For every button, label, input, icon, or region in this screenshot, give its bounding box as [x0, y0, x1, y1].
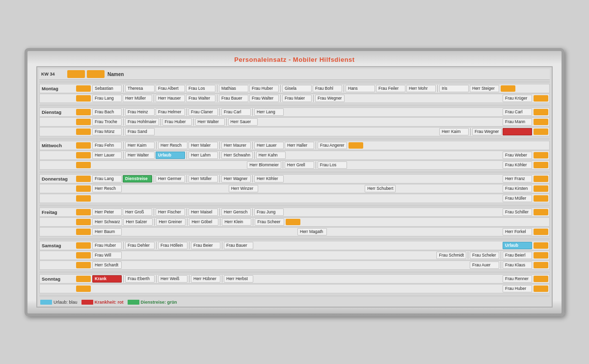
- cell: Frau Klaus: [503, 261, 532, 269]
- cell: Herr Weiß: [158, 275, 187, 283]
- div: [252, 108, 253, 116]
- cell: Gisela: [282, 85, 312, 92]
- legend-urlaub-label: Urlaub: blau: [54, 300, 78, 305]
- cell: Frau Beierl: [503, 252, 532, 259]
- cell: Frau Walter: [186, 95, 215, 102]
- dienstag-tag-3: [76, 129, 91, 135]
- donnerstag-row-3: Frau Müller: [39, 194, 550, 203]
- freitag-row-2: Herr Schwarz Herr Salzer Herr Greiner He…: [39, 217, 550, 227]
- day-dienstag: Dienstag Frau Bach Frau Heinz Frau Helme…: [39, 107, 550, 136]
- mittwoch-slots-1: Frau Fehn Herr Kaim Herr Resch Herr Male…: [75, 142, 549, 149]
- legend-dienstreise-color: [128, 300, 139, 305]
- donnerstag-slots-2: Herr Resch Herr Winzer Herr Schubert Fra…: [75, 185, 549, 192]
- mittwoch-tag-r: [348, 142, 363, 149]
- cell: Frau Mann: [503, 118, 532, 126]
- div: [154, 208, 154, 216]
- header-tag-2: [87, 70, 105, 78]
- cell: Herr Schardt: [92, 261, 122, 269]
- gap-dienstag: [39, 104, 550, 106]
- samstag-label: Samstag: [40, 243, 75, 248]
- freitag-slots-3: Herr Baum Herr Magath Herr Forkel: [75, 228, 549, 235]
- cell: Frau Claner: [188, 108, 218, 116]
- div: [187, 175, 187, 182]
- cell-blue-samstag: Urlaub: [503, 242, 532, 249]
- cell: Frau Helmer: [156, 108, 185, 116]
- div: [161, 118, 161, 126]
- div: [123, 108, 124, 116]
- cell: Frau Scheler: [470, 252, 499, 259]
- cell: Frau Schiller: [503, 208, 532, 216]
- div: [280, 95, 281, 102]
- cell-red: [503, 128, 532, 135]
- cell: Herr Herbst: [224, 275, 253, 283]
- cell: Herr Walter: [125, 152, 155, 159]
- dienstag-slots-2: Frau Troche Frau Hohlmaier Frau Huber He…: [75, 118, 549, 126]
- header-row: KW 34 Namen: [39, 69, 550, 80]
- samstag-tag-2: [76, 252, 91, 259]
- cell: Herr Maisel: [188, 208, 218, 216]
- donnerstag-tag-r2: [534, 185, 548, 192]
- day-freitag: Freitag Herr Peter Herr Groß Herr Fische…: [39, 208, 550, 236]
- samstag-tag-r: [534, 242, 548, 249]
- montag-row-2: Frau Lang Herr Müller Herr Hauser Frau W…: [39, 94, 550, 103]
- cell-blue: Urlaub: [156, 152, 185, 159]
- div: [123, 128, 124, 135]
- cell: Frau Carl: [503, 108, 532, 116]
- dienstag-row-3: Frau Münz Frau Sand Herr Kaim Frau Wegne…: [39, 127, 550, 136]
- day-sonntag: Sonntag Krank Frau Eberth Herr Weiß Herr…: [39, 274, 550, 293]
- cell: Sebastian: [92, 85, 122, 92]
- div: [316, 142, 316, 149]
- cell: Herr Germer: [156, 175, 185, 182]
- cell: Frau Müller: [503, 195, 532, 202]
- div: [123, 152, 124, 159]
- sonntag-tag-r2: [534, 286, 548, 292]
- donnerstag-tag-r3: [534, 195, 548, 202]
- mittwoch-slots-2: Herr Lauer Herr Walter Urlaub Herr Lahm …: [75, 152, 549, 159]
- dienstag-tag-r: [534, 109, 548, 115]
- cell: Herr Mohr: [406, 85, 436, 92]
- div: [189, 275, 189, 283]
- samstag-tag-r2: [534, 252, 548, 259]
- mittwoch-tag-3: [76, 162, 91, 168]
- donnerstag-tag-2: [76, 185, 91, 192]
- sonntag-tag-r: [534, 276, 548, 282]
- div: [154, 95, 154, 102]
- day-samstag: Samstag Frau Huber Frau Dehler Frau Höll…: [39, 241, 550, 270]
- sonntag-tag-2: [76, 286, 91, 292]
- samstag-slots-3: Herr Schardt Frau Auer Frau Klaus: [75, 261, 549, 269]
- cell: Herr Maler: [188, 142, 218, 149]
- cell: Herr Franz: [503, 175, 532, 182]
- div: [222, 275, 222, 283]
- samstag-tag-1: [76, 242, 91, 249]
- cell: Herr Göbel: [189, 218, 218, 226]
- div: [187, 152, 187, 159]
- div: [252, 208, 253, 216]
- freitag-tag-r2: [286, 219, 300, 225]
- samstag-row-3: Herr Schardt Frau Auer Frau Klaus: [39, 260, 550, 270]
- freitag-tag-2: [76, 219, 91, 225]
- div: [187, 218, 187, 226]
- cell: Mathias: [219, 85, 248, 92]
- freitag-label: Freitag: [40, 209, 75, 215]
- div: [501, 261, 501, 269]
- dienstag-tag-1: [76, 109, 91, 115]
- montag-slots-1: Sebastian Theresa Frau Albert Frau Los M…: [75, 85, 549, 92]
- montag-tag-1: [76, 85, 91, 92]
- div: [501, 252, 501, 259]
- cell: Frau Köhler: [503, 161, 532, 169]
- cell: Frau Münz: [92, 128, 122, 135]
- div: [156, 142, 157, 149]
- div: [123, 275, 124, 283]
- dienstag-row-2: Frau Troche Frau Hohlmaier Frau Huber He…: [39, 117, 550, 127]
- cell: Frau Bach: [92, 108, 122, 116]
- cell: Herr Salzer: [123, 218, 153, 226]
- gap-donnerstag: [39, 171, 550, 173]
- gap-legend: [39, 295, 550, 297]
- donnerstag-slots-3: Frau Müller: [75, 195, 549, 202]
- samstag-row-2: Frau Will Frau Schmidt Frau Scheler Frau…: [39, 251, 550, 260]
- dienstag-label: Dienstag: [40, 109, 75, 115]
- cell: Frau Bohl: [313, 85, 342, 92]
- cell: Frau Heinz: [125, 108, 155, 116]
- dienstag-slots-3: Frau Münz Frau Sand Herr Kaim Frau Wegne…: [75, 128, 549, 135]
- cell: Herr Kaim: [439, 128, 469, 135]
